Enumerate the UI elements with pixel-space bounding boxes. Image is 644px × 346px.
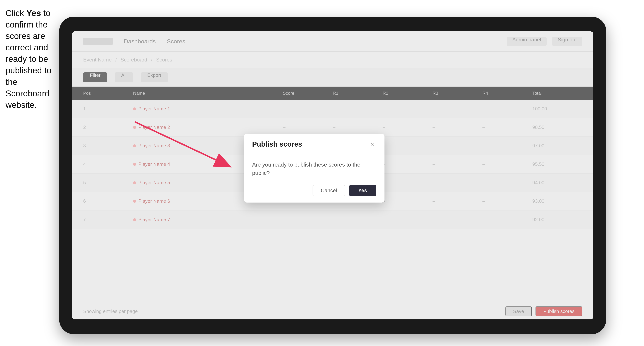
instruction-part2: to confirm the scores are correct and re… xyxy=(6,8,52,110)
instruction-text: Click Yes to confirm the scores are corr… xyxy=(6,7,61,111)
tablet-device: Dashboards Scores Admin panel Sign out E… xyxy=(59,17,606,334)
modal-close-button[interactable]: × xyxy=(368,140,376,149)
modal-body: Are you ready to publish these scores to… xyxy=(244,154,384,181)
instruction-bold: Yes xyxy=(26,8,41,18)
instruction-part1: Click xyxy=(6,8,26,18)
yes-button[interactable]: Yes xyxy=(349,185,376,196)
publish-scores-modal: Publish scores × Are you ready to publis… xyxy=(244,134,384,202)
modal-message: Are you ready to publish these scores to… xyxy=(252,161,376,177)
tablet-screen: Dashboards Scores Admin panel Sign out E… xyxy=(72,31,593,319)
modal-overlay: Publish scores × Are you ready to publis… xyxy=(72,31,593,319)
modal-title: Publish scores xyxy=(252,140,302,148)
modal-footer: Cancel Yes xyxy=(244,181,384,202)
modal-header: Publish scores × xyxy=(244,134,384,154)
cancel-button[interactable]: Cancel xyxy=(312,185,345,196)
